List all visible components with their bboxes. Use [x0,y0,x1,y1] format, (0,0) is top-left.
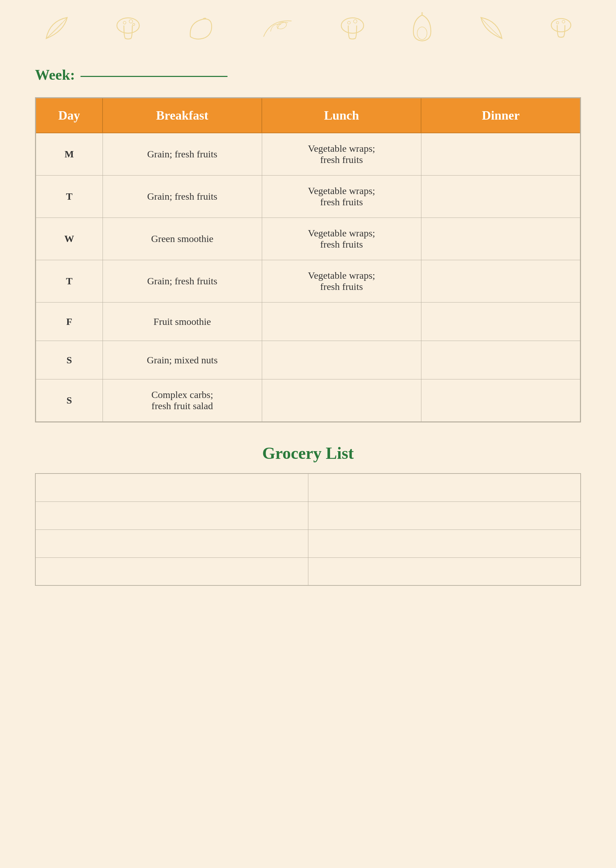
day-cell: M [36,133,103,175]
table-header-row: Day Breakfast Lunch Dinner [36,98,581,133]
svg-point-6 [347,21,350,24]
grocery-section: Grocery List [35,443,581,586]
grocery-table [35,473,581,586]
dinner-cell [421,175,580,218]
grocery-cell [308,530,581,558]
dinner-cell [421,341,580,379]
dinner-cell [421,260,580,302]
grocery-row [35,501,581,530]
grocery-row [35,530,581,558]
grocery-row [35,473,581,501]
svg-point-8 [417,27,427,39]
breakfast-cell: Green smoothie [102,218,262,260]
table-row: WGreen smoothieVegetable wraps; fresh fr… [36,218,581,260]
breakfast-cell: Grain; fresh fruits [102,175,262,218]
table-row: SGrain; mixed nuts [36,341,581,379]
day-cell: T [36,260,103,302]
dinner-cell [421,218,580,260]
lunch-cell: Vegetable wraps; fresh fruits [262,260,421,302]
grocery-cell [308,501,581,530]
dinner-cell [421,133,580,175]
meal-plan-table: Day Breakfast Lunch Dinner MGrain; fresh… [35,97,581,423]
table-row: MGrain; fresh fruitsVegetable wraps; fre… [36,133,581,175]
table-row: FFruit smoothie [36,302,581,341]
day-cell: F [36,302,103,341]
week-label-row: Week: [35,66,581,83]
leaf-icon-2 [478,14,505,42]
mushroom-icon-2 [338,12,366,44]
lunch-cell: Vegetable wraps; fresh fruits [262,133,421,175]
svg-point-10 [556,22,559,24]
breakfast-cell: Grain; fresh fruits [102,133,262,175]
mushroom-icon-1 [114,12,142,44]
lunch-cell [262,379,421,422]
svg-point-7 [354,20,357,23]
week-label-text: Week: [35,66,75,83]
day-cell: S [36,341,103,379]
breakfast-cell: Fruit smoothie [102,302,262,341]
lunch-cell: Vegetable wraps; fresh fruits [262,218,421,260]
grocery-row [35,558,581,586]
dinner-cell [421,302,580,341]
table-row: TGrain; fresh fruitsVegetable wraps; fre… [36,260,581,302]
mushroom-icon-3 [549,14,573,42]
table-row: SComplex carbs; fresh fruit salad [36,379,581,422]
header-day: Day [36,98,103,133]
header-breakfast: Breakfast [102,98,262,133]
lunch-cell [262,341,421,379]
grocery-cell [35,473,308,501]
decorative-header [0,0,616,56]
lunch-cell [262,302,421,341]
grocery-cell [308,558,581,586]
day-cell: W [36,218,103,260]
leaf-branch-icon [260,16,295,40]
header-dinner: Dinner [421,98,580,133]
page-content: Week: Day Breakfast Lunch Dinner MGrain;… [0,56,616,607]
lunch-cell: Vegetable wraps; fresh fruits [262,175,421,218]
svg-point-0 [117,18,139,33]
header-lunch: Lunch [262,98,421,133]
grocery-cell [308,473,581,501]
grocery-cell [35,558,308,586]
svg-point-3 [133,24,135,25]
day-cell: T [36,175,103,218]
svg-point-11 [562,20,565,23]
table-row: TGrain; fresh fruitsVegetable wraps; fre… [36,175,581,218]
grocery-cell [35,501,308,530]
svg-point-5 [341,18,364,33]
grocery-cell [35,530,308,558]
week-underline [80,76,228,77]
breakfast-cell: Grain; mixed nuts [102,341,262,379]
svg-point-2 [129,20,133,23]
leaf-icon-1 [43,14,71,42]
day-cell: S [36,379,103,422]
svg-point-9 [551,19,571,32]
dinner-cell [421,379,580,422]
breakfast-cell: Complex carbs; fresh fruit salad [102,379,262,422]
banana-icon [185,16,217,40]
breakfast-cell: Grain; fresh fruits [102,260,262,302]
grocery-title: Grocery List [35,443,581,463]
svg-point-1 [123,21,126,24]
avocado-icon [410,12,434,44]
